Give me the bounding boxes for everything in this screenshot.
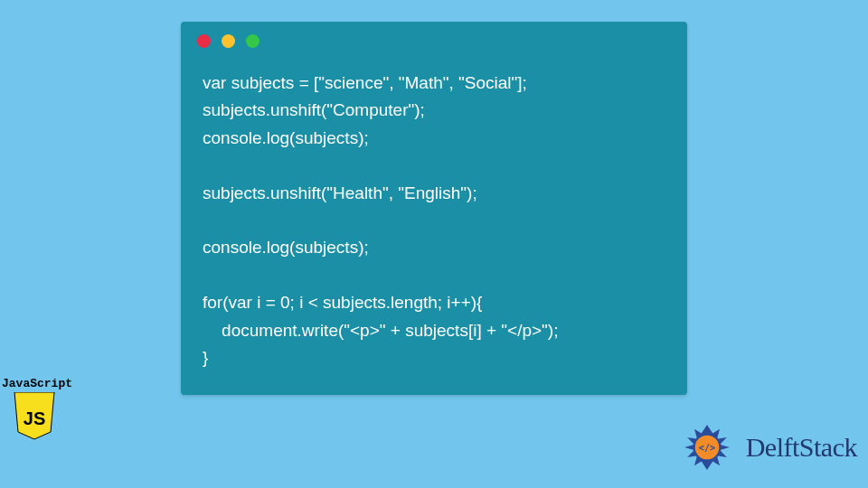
maximize-icon xyxy=(246,34,259,48)
close-icon xyxy=(197,34,211,48)
delftstack-logo-icon: </> xyxy=(672,412,742,483)
code-window: var subjects = ["science", "Math", "Soci… xyxy=(181,22,687,395)
svg-text:JS: JS xyxy=(24,408,45,428)
javascript-badge: JavaScript JS xyxy=(2,377,67,441)
javascript-label: JavaScript xyxy=(2,377,67,390)
minimize-icon xyxy=(222,34,235,48)
window-titlebar xyxy=(181,22,687,53)
javascript-logo-icon: JS xyxy=(13,392,56,441)
delftstack-brand: </> DelftStack xyxy=(672,412,857,483)
code-block: var subjects = ["science", "Math", "Soci… xyxy=(181,53,687,375)
delftstack-brand-name: DelftStack xyxy=(746,432,857,463)
svg-text:</>: </> xyxy=(699,443,715,453)
